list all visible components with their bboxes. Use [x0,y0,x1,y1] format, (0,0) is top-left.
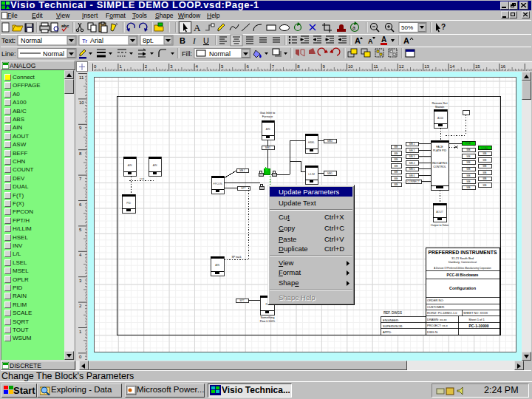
svg-text:FACE: FACE [436,146,443,149]
svg-text:ENGINEER:: ENGINEER: [383,318,399,322]
svg-text:DWG N:: DWG N: [427,330,438,334]
svg-text:MB: MB [395,165,399,168]
svg-text:abc: abc [61,24,69,28]
svg-text:MB: MB [483,159,488,162]
svg-text:Output to Valve: Output to Valve [431,224,449,227]
svg-text:11: 11 [79,75,84,80]
svg-text:ORDER NO:: ORDER NO: [427,299,444,302]
svg-text:PROJECT: xx-x: PROJECT: xx-x [427,324,448,327]
svg-text:Fill:: Fill: [182,50,192,58]
svg-text:PLATE PID: PLATE PID [433,149,447,152]
svg-text:INDICATING: INDICATING [432,162,448,165]
svg-text:SP track: SP track [231,256,241,259]
svg-text:APPD:: APPD: [383,330,392,334]
svg-text:11: 11 [373,64,378,69]
svg-text:8pt.: 8pt. [143,37,154,44]
svg-text:MB 1: MB 1 [409,143,415,146]
svg-text:MB: MB [467,186,471,189]
svg-text:SPT: SPT [241,187,245,190]
svg-text:15: 15 [475,64,480,69]
svg-text:MB: MB [395,146,399,149]
svg-text:AIN: AIN [266,128,270,131]
svg-text:Text:: Text: [1,37,16,44]
svg-text:AIN: AIN [153,164,157,167]
svg-text:Sheet 1 of 1: Sheet 1 of 1 [468,318,485,321]
svg-text:MB: MB [467,180,471,183]
svg-text:Line:: Line: [1,50,16,58]
svg-text:PC-1-10000: PC-1-10000 [469,324,489,328]
svg-text:MB: MB [483,152,488,155]
svg-text:CONTROL: CONTROL [433,166,446,168]
svg-text:SHEET NO: XXXX: SHEET NO: XXXX [463,311,488,315]
svg-text:MB: MB [395,177,399,180]
svg-text:14: 14 [450,64,455,69]
svg-text:?: ? [441,23,446,31]
svg-text:B: B [180,36,185,45]
svg-text:A Division Of Preferred Utilit: A Division Of Preferred Utilities Manufa… [434,267,491,270]
svg-text:Flow 0-100%: Flow 0-100% [260,320,275,323]
svg-text:Tr: Tr [82,38,88,44]
svg-text:HI AL: HI AL [466,142,471,145]
svg-text:MB 2: MB 2 [409,149,415,152]
svg-text:x x x: x x x [140,177,145,180]
svg-text:MB: MB [483,184,488,187]
svg-text:A: A [355,36,361,45]
svg-text:MB 5: MB 5 [409,168,415,171]
svg-text:SPT: SPT [239,299,244,302]
svg-text:MB 3: MB 3 [409,155,415,158]
svg-text:MB: MB [467,174,471,177]
svg-text:16: 16 [500,64,505,69]
svg-text:Station: Station [435,105,444,109]
svg-text:MB: MB [467,161,471,164]
svg-text:MB 4: MB 4 [409,162,415,165]
svg-text:PREFERRED INSTRUMENTS: PREFERRED INSTRUMENTS [429,250,497,255]
svg-text:Arial: Arial [90,37,103,44]
svg-text:SUPERVISOR:: SUPERVISOR: [383,324,403,328]
svg-text:Normal: Normal [209,50,231,58]
svg-text:A: A [194,22,201,33]
svg-text:Configuration: Configuration [449,286,477,290]
svg-text:DRAWN: xx-xx: DRAWN: xx-xx [427,318,447,321]
svg-text:A: A [403,36,409,45]
svg-text:CONNECT: CONNECT [407,180,419,183]
svg-text:REF. DWGS: REF. DWGS [383,311,402,315]
svg-text:A: A [381,35,386,44]
svg-text:Danbury, Connecticut: Danbury, Connecticut [449,260,477,264]
svg-text:10: 10 [348,64,353,69]
svg-text:AOUT: AOUT [436,211,443,214]
svg-text:10: 10 [79,100,84,105]
svg-text:PCC-III Blockware: PCC-III Blockware [447,273,479,277]
svg-text:MB: MB [395,152,399,155]
svg-text:FPCON: FPCON [214,183,222,185]
svg-text:AIN: AIN [128,164,132,167]
svg-text:MB 2: MB 2 [239,169,245,172]
svg-text:MB4: MB4 [327,140,332,143]
svg-text:MB: MB [467,149,471,151]
svg-text:MB: MB [395,183,399,186]
svg-text:U: U [203,36,209,45]
svg-text:CUSTOMER:: CUSTOMER: [427,305,445,309]
svg-text:I: I [192,36,197,45]
svg-text:A100: A100 [437,117,443,120]
svg-text:MB: MB [483,177,488,180]
svg-text:AIN: AIN [215,264,219,267]
svg-text:MB: MB [483,165,488,168]
svg-text:Normal: Normal [43,50,64,58]
svg-text:L/LIM: L/LIM [308,173,315,176]
svg-text:HORIZ: PC-DEMO-1.0: HORIZ: PC-DEMO-1.0 [427,311,457,315]
svg-text:MB: MB [395,158,399,161]
svg-text:MB 6: MB 6 [409,174,415,177]
svg-text:MB: MB [467,155,471,158]
svg-text:MB: MB [467,168,471,171]
svg-text:MB: MB [395,171,399,174]
svg-text:a: a [352,25,355,30]
svg-text:LO AL: LO AL [481,147,488,150]
svg-text:HSEL: HSEL [308,141,315,144]
svg-text:Something: Something [260,316,274,319]
svg-text:MB: MB [483,171,488,174]
svg-text:PID: PID [126,202,131,205]
svg-text:13: 13 [424,64,429,69]
svg-text:Normal: Normal [21,37,42,44]
svg-text:MB5: MB5 [327,172,332,175]
svg-text:12: 12 [399,64,404,69]
